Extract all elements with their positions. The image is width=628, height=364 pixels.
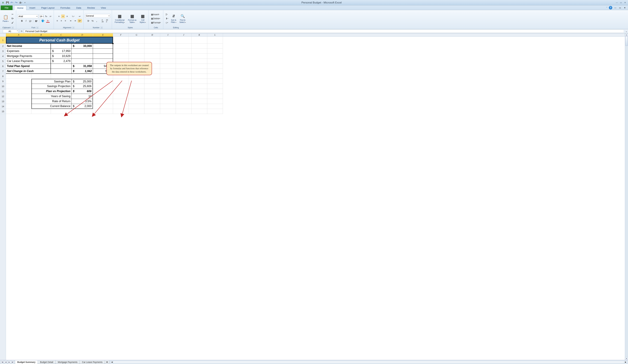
tab-insert[interactable]: Insert: [26, 5, 38, 10]
conditional-formatting-button[interactable]: ▦Conditional Formatting: [113, 13, 126, 24]
clear-button[interactable]: ◇ ▾: [165, 21, 169, 24]
worksheet-grid[interactable]: A B C D E F G H I J K L 1 2 3 4 5 6 7 8 …: [0, 33, 628, 360]
cell-C6[interactable]: [51, 64, 72, 69]
row-12[interactable]: 12: [0, 94, 6, 99]
excel-icon[interactable]: X: [1, 1, 5, 4]
row-8[interactable]: 8: [0, 74, 6, 79]
cell-A6[interactable]: Total Plan Spend: [6, 64, 51, 69]
insert-cells-button[interactable]: ▦ Insert ▾: [150, 13, 160, 16]
col-H[interactable]: H: [145, 33, 160, 37]
cell-D7[interactable]: $1,942: [72, 69, 93, 74]
workbook-restore-button[interactable]: ▭: [618, 6, 622, 9]
autosum-button[interactable]: Σ ▾: [165, 13, 168, 16]
align-right-icon[interactable]: ≡: [64, 19, 67, 22]
cell-A7[interactable]: Net Change in Cash: [6, 69, 51, 74]
row-9[interactable]: 9: [0, 79, 6, 84]
row-13[interactable]: 13: [0, 99, 6, 104]
minimize-button[interactable]: —: [615, 1, 619, 4]
cell-E4[interactable]: [93, 54, 113, 59]
cell-B11[interactable]: Plan vs Projection: [31, 89, 72, 94]
align-left-icon[interactable]: ≡: [55, 19, 59, 22]
minimize-ribbon-icon[interactable]: ⌃: [606, 6, 608, 9]
cell-C4[interactable]: $10,629: [51, 54, 72, 59]
paste-button[interactable]: 📋 Paste: [1, 14, 10, 23]
redo-icon[interactable]: ↷▾: [14, 1, 18, 4]
format-painter-icon[interactable]: 🖌: [11, 21, 14, 24]
cell-A15[interactable]: [6, 109, 31, 114]
restore-button[interactable]: ▭: [619, 1, 623, 4]
tab-page-layout[interactable]: Page Layout: [38, 5, 58, 10]
cell-B12[interactable]: Years of Saving: [31, 94, 72, 99]
cell-D2[interactable]: $33,000: [72, 44, 93, 49]
sort-filter-button[interactable]: ⇵Sort & Filter: [170, 13, 177, 24]
align-middle-icon[interactable]: ≡: [61, 15, 65, 18]
decrease-decimal-icon[interactable]: .00.0: [105, 19, 109, 23]
percent-format-button[interactable]: %: [91, 19, 94, 23]
cell-C5[interactable]: $2,479: [51, 59, 72, 64]
cell-D6[interactable]: $31,058: [72, 64, 93, 69]
formula-bar[interactable]: Personal Cash Budget: [24, 29, 624, 33]
alignment-dialog-launcher[interactable]: ⇲: [72, 27, 75, 29]
delete-cells-button[interactable]: ▦ Delete ▾: [150, 17, 161, 20]
next-sheet-button[interactable]: ▶: [7, 361, 11, 364]
orientation-icon[interactable]: ⤡▾: [71, 15, 75, 18]
col-L[interactable]: L: [207, 33, 223, 37]
number-format-combo[interactable]: General▾: [85, 14, 110, 18]
qat-customize-icon[interactable]: ▾: [23, 1, 27, 4]
close-button[interactable]: ✕: [623, 1, 627, 4]
increase-decimal-icon[interactable]: .0.00: [101, 19, 104, 23]
workbook-minimize-button[interactable]: —: [614, 6, 617, 9]
help-icon[interactable]: ?: [609, 6, 612, 9]
first-sheet-button[interactable]: I◀: [1, 361, 4, 364]
fill-handle[interactable]: [112, 43, 113, 44]
clipboard-dialog-launcher[interactable]: ⇲: [11, 27, 14, 29]
cell-C2[interactable]: [51, 44, 72, 49]
font-color-button[interactable]: A▾: [46, 19, 50, 23]
cell-A8[interactable]: [6, 74, 31, 79]
cell-A3[interactable]: Expenses: [6, 49, 51, 54]
row-7[interactable]: 7: [0, 69, 6, 74]
cell-B13[interactable]: Rate of Return: [31, 99, 72, 104]
insert-sheet-button[interactable]: ✻: [105, 361, 109, 364]
row-2[interactable]: 2: [0, 44, 6, 49]
horizontal-scrollbar[interactable]: ◀ ▶: [110, 361, 627, 364]
font-dialog-launcher[interactable]: ⇲: [36, 27, 38, 29]
col-C[interactable]: C: [51, 33, 72, 37]
cell-B14[interactable]: Current Balance: [31, 104, 72, 109]
find-select-button[interactable]: 🔍Find & Select: [178, 13, 187, 24]
font-size-combo[interactable]: 14▾: [39, 14, 44, 18]
align-center-icon[interactable]: ≡: [60, 19, 63, 22]
cell-C3[interactable]: $17,950: [51, 49, 72, 54]
cell-D9[interactable]: $25,000: [72, 79, 93, 84]
format-cells-button[interactable]: ▦ Format ▾: [150, 21, 161, 24]
row-15[interactable]: 15: [0, 109, 6, 114]
col-K[interactable]: K: [192, 33, 207, 37]
cell-D11[interactable]: $606: [72, 89, 93, 94]
cell-A2[interactable]: Net Income: [6, 44, 51, 49]
cell-D3[interactable]: [72, 49, 93, 54]
file-tab[interactable]: File: [1, 5, 12, 10]
shrink-font-icon[interactable]: A▾: [49, 15, 52, 18]
decrease-indent-icon[interactable]: ⇤: [69, 19, 73, 22]
copy-icon[interactable]: ⧉▾: [11, 17, 14, 20]
scroll-right-icon[interactable]: ▶: [624, 361, 627, 363]
cell-A9[interactable]: [6, 79, 31, 84]
sheet-tab-budget-summary[interactable]: Budget Summary: [15, 361, 38, 364]
cell-A4[interactable]: Mortgage Payments: [6, 54, 51, 59]
cell-E3[interactable]: [93, 49, 113, 54]
number-dialog-launcher[interactable]: ⇲: [100, 27, 103, 29]
increase-indent-icon[interactable]: ⇥: [73, 19, 77, 22]
cell-D12[interactable]: 10: [72, 94, 93, 99]
row-5[interactable]: 5: [0, 59, 6, 64]
sheet-tab-budget-detail[interactable]: Budget Detail: [38, 361, 56, 364]
row-3[interactable]: 3: [0, 49, 6, 54]
cell-D14[interactable]: $2,000: [72, 104, 93, 109]
tab-data[interactable]: Data: [73, 5, 84, 10]
cell-E2[interactable]: [93, 44, 113, 49]
borders-button[interactable]: ▦▾: [34, 19, 38, 23]
italic-button[interactable]: I: [24, 19, 28, 23]
col-D[interactable]: D: [72, 33, 93, 37]
cell-F1[interactable]: [113, 37, 129, 44]
cell-A1[interactable]: Personal Cash Budget: [6, 37, 113, 44]
col-A[interactable]: A: [6, 33, 31, 37]
